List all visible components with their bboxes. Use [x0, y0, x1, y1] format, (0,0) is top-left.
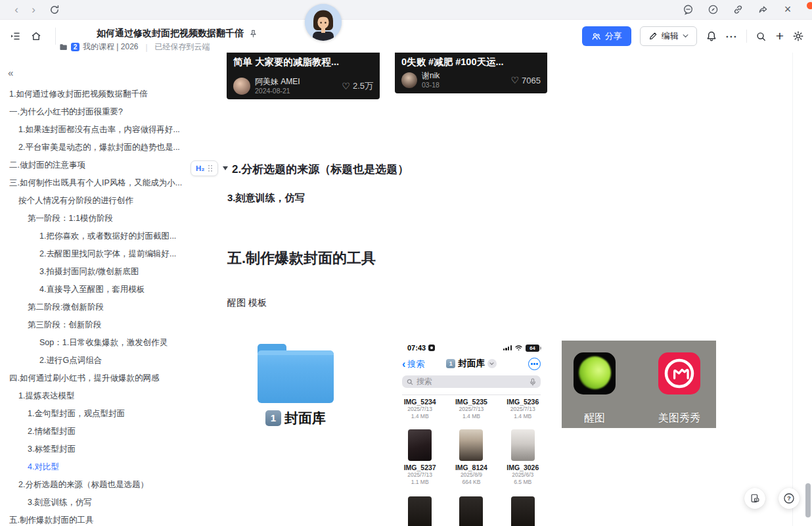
outline-item[interactable]: 2.去醒图里找同款字体，提前编辑好...: [0, 245, 197, 263]
file-item[interactable]: IMG_3026 2025/6/3 6.5 MB: [497, 429, 549, 486]
heart-icon: ♡: [342, 81, 350, 91]
outline-toggle-icon[interactable]: [9, 30, 21, 42]
outline-item[interactable]: 第三阶段：创新阶段: [0, 316, 197, 334]
link-icon[interactable]: [732, 4, 744, 16]
outline-sidebar: « 1.如何通过修改封面把视频数据翻千倍 一.为什么小红书的封面很重要? 1.如…: [0, 53, 197, 526]
window-titlebar: ‹ ›: [0, 0, 812, 20]
outline-item[interactable]: 2.分析选题的来源（标题也是选题）: [0, 476, 197, 494]
mic-icon[interactable]: [530, 378, 536, 386]
search-field[interactable]: 搜索: [402, 375, 541, 388]
author-avatar: [401, 72, 417, 88]
file-item[interactable]: IMG_8124 2025/8/9 664 KB: [445, 429, 497, 486]
phone-screenshot[interactable]: 07:43 64 ‹搜索 1 封面库: [394, 340, 549, 526]
outline-item[interactable]: 一.为什么小红书的封面很重要?: [0, 103, 197, 121]
file-item[interactable]: [394, 496, 445, 526]
edit-button[interactable]: 编辑: [640, 26, 697, 46]
outline-item[interactable]: 四.如何通过刷小红书，提升做爆款的网感: [0, 370, 197, 387]
outline-item[interactable]: 2.进行G点词组合: [0, 352, 197, 370]
h2-tag-label: H₂: [196, 164, 204, 172]
message-icon[interactable]: [682, 4, 694, 16]
outline-item[interactable]: 二.做封面的注意事项: [0, 156, 197, 174]
home-icon[interactable]: [30, 30, 42, 42]
folder-figure[interactable]: 1 封面库: [254, 344, 338, 427]
keycap-1-icon: 1: [446, 359, 455, 368]
phone-status-bar: 07:43 64: [394, 340, 549, 352]
outline-item-active[interactable]: 4.对比型: [0, 458, 197, 476]
collapse-caret-icon[interactable]: [223, 166, 228, 170]
vertical-scrollbar[interactable]: [805, 483, 811, 517]
bell-icon[interactable]: [706, 30, 717, 42]
section-heading[interactable]: 2.分析选题的来源（标题也是选题）: [232, 162, 409, 177]
meitu-app-icon: [658, 352, 700, 394]
file-item[interactable]: IMG_5236 2025/7/13 1.4 MB: [497, 398, 549, 420]
document-title-row: 如何通过修改封面把视频数据翻千倍: [97, 28, 258, 39]
section-subheading[interactable]: 3.刻意训练，仿写: [227, 192, 305, 204]
outline-item[interactable]: 1.把你喜欢，或者数据好的封面截图...: [0, 227, 197, 245]
collapse-sidebar-button[interactable]: «: [8, 67, 13, 78]
share-people-icon: [591, 32, 601, 41]
section-heading-large[interactable]: 五.制作爆款封面的工具: [227, 249, 376, 268]
comment-panel-button[interactable]: [744, 488, 765, 509]
gear-icon[interactable]: [792, 30, 804, 42]
note-card[interactable]: 0失败 #减肥 #100天运... 谢nik 03-18 ♡ 7065: [395, 53, 547, 93]
share-arrow-icon[interactable]: [757, 4, 769, 16]
search-icon[interactable]: [756, 30, 767, 42]
screen-record-icon: [428, 345, 435, 351]
breadcrumb[interactable]: 2 我的课程 | 2026 | 已经保存到云端: [59, 41, 210, 53]
compass-icon[interactable]: [707, 4, 719, 16]
outline-item[interactable]: 1.金句型封面，观点型封面: [0, 405, 197, 423]
file-grid-row: [394, 496, 549, 526]
outline-item[interactable]: 2.平台审美是动态的，爆款封面的趋势也是...: [0, 139, 197, 156]
paragraph-text[interactable]: 醒图 模板: [227, 297, 267, 309]
wifi-icon: [514, 345, 523, 351]
back-link[interactable]: ‹搜索: [402, 358, 424, 370]
drag-handle-icon[interactable]: [208, 165, 213, 172]
avatar[interactable]: [305, 4, 342, 41]
file-item[interactable]: [445, 496, 497, 526]
file-grid-row: IMG_5234 2025/7/13 1.4 MB IMG_5235 2025/…: [394, 398, 549, 420]
outline-item[interactable]: 1.提炼表达模型: [0, 387, 197, 405]
file-item[interactable]: IMG_5237 2025/7/13 1.1 MB: [394, 429, 445, 486]
close-icon[interactable]: ×: [782, 4, 794, 16]
breadcrumb-path[interactable]: 我的课程 | 2026: [83, 41, 138, 53]
outline-item[interactable]: 1.如果连封面都没有点击率，内容做得再好...: [0, 121, 197, 139]
outline-item[interactable]: 第一阶段：1:1模仿阶段: [0, 210, 197, 227]
outline-item[interactable]: 2.情绪型封面: [0, 423, 197, 441]
xingtu-app-icon: [574, 352, 616, 394]
file-item[interactable]: [497, 496, 549, 526]
app-header: 如何通过修改封面把视频数据翻千倍 2 我的课程 | 2026 | 已经保存到云端: [0, 20, 812, 53]
right-panel-edge: [792, 53, 793, 526]
block-type-badge[interactable]: H₂: [191, 160, 218, 176]
refresh-button[interactable]: [49, 4, 60, 16]
share-button[interactable]: 分享: [582, 26, 631, 46]
outline-item[interactable]: 五.制作爆款封面的工具: [0, 512, 197, 526]
outline-item[interactable]: 按个人情况有分阶段的进行创作: [0, 192, 197, 210]
more-options-icon[interactable]: [528, 358, 541, 370]
forward-button[interactable]: ›: [25, 1, 42, 19]
outline-item[interactable]: 3.标签型封面: [0, 441, 197, 458]
outline-item[interactable]: Sop：1.日常收集爆款，激发创作灵: [0, 334, 197, 352]
file-item[interactable]: IMG_5234 2025/7/13 1.4 MB: [394, 398, 445, 420]
new-doc-button[interactable]: +: [776, 30, 784, 42]
pin-icon[interactable]: [249, 30, 258, 38]
breadcrumb-separator: |: [145, 43, 147, 52]
back-button[interactable]: ‹: [8, 1, 25, 19]
help-button[interactable]: ?: [778, 488, 800, 509]
outline-item[interactable]: 三.如何制作出既具有个人IP风格，又能成为小...: [0, 174, 197, 192]
outline-item[interactable]: 4.直接导入至醒图，套用模板: [0, 281, 197, 299]
notebook-badge: 2: [71, 43, 79, 51]
post-date: 03-18: [422, 81, 440, 89]
title-chevron-icon[interactable]: [487, 359, 497, 368]
file-item[interactable]: IMG_5235 2025/7/13 1.4 MB: [445, 398, 497, 420]
note-card[interactable]: 简单 大家要的减脂教程... 阿美妹 AMEI 2024-08-21 ♡ 2.5…: [227, 53, 380, 99]
outline-item[interactable]: 3.刻意训练，仿写: [0, 494, 197, 512]
save-status: 已经保存到云端: [155, 41, 210, 53]
file-thumbnail: [511, 496, 535, 526]
search-icon: [407, 379, 413, 385]
more-button[interactable]: ···: [726, 31, 738, 42]
author-name: 阿美妹 AMEI: [255, 78, 300, 87]
outline-item[interactable]: 3.拍摄封面同款/微创新底图: [0, 263, 197, 281]
app-icons-figure[interactable]: 醒图 美图秀秀: [562, 341, 716, 428]
outline-item[interactable]: 1.如何通过修改封面把视频数据翻千倍: [0, 85, 197, 103]
outline-item[interactable]: 第二阶段:微创新阶段: [0, 299, 197, 316]
